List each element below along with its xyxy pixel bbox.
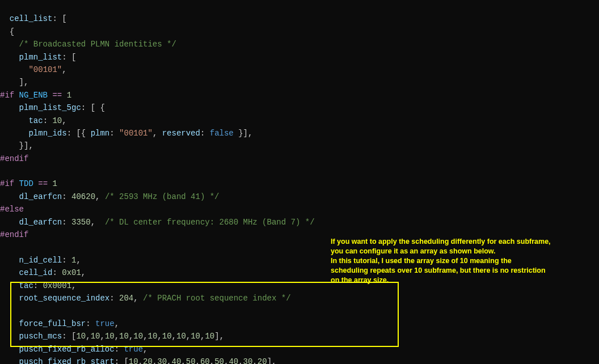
annotation-line-3: In this tutorial, I used the array size … xyxy=(331,257,512,265)
annotation-line-2: you can configure it as an array as show… xyxy=(331,247,496,255)
annotation-line-4: scheduling repeats over 10 subframe, but… xyxy=(331,266,546,274)
highlight-box xyxy=(10,282,399,347)
annotation-text: If you want to apply the scheduling diff… xyxy=(331,237,597,285)
annotation-line-1: If you want to apply the scheduling diff… xyxy=(331,238,551,246)
annotation-line-5: on the array size. xyxy=(331,276,389,284)
